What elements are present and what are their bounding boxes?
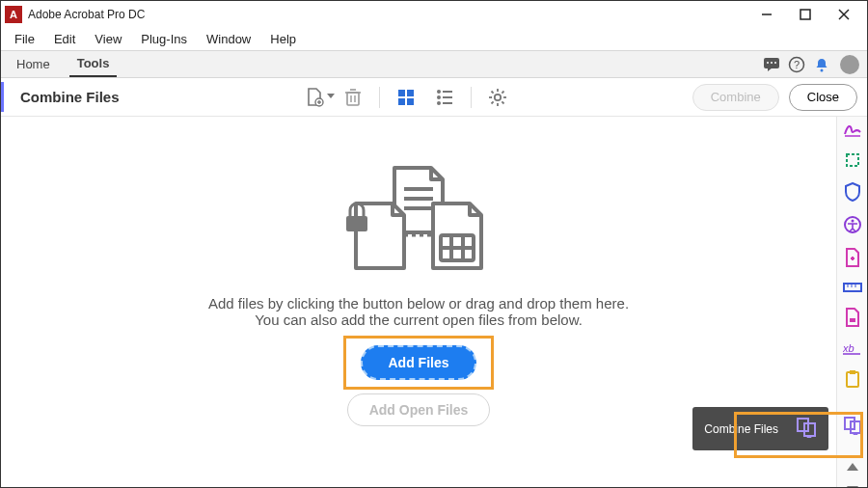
- nav-tools[interactable]: Tools: [69, 52, 118, 77]
- svg-line-39: [491, 101, 493, 103]
- bell-icon[interactable]: [809, 52, 834, 77]
- list-view-button[interactable]: [432, 85, 457, 110]
- svg-rect-59: [850, 318, 855, 322]
- toolbar-title: Combine Files: [20, 89, 120, 105]
- accessibility-icon[interactable]: [842, 215, 863, 234]
- toolbar-accent: [1, 82, 4, 112]
- minimize-button[interactable]: [747, 1, 786, 28]
- combine-rail-icon[interactable]: [842, 416, 863, 435]
- delete-button[interactable]: [340, 85, 366, 110]
- menu-view[interactable]: View: [85, 30, 131, 48]
- window-title: Adobe Acrobat Pro DC: [28, 8, 747, 21]
- close-window-button[interactable]: [825, 1, 863, 28]
- nav-row: Home Tools ?: [1, 51, 867, 78]
- options-gear-button[interactable]: [485, 85, 510, 110]
- menu-window[interactable]: Window: [197, 30, 260, 48]
- add-file-dropdown[interactable]: [302, 85, 327, 110]
- crop-icon[interactable]: [842, 151, 863, 169]
- toolbar-divider-2: [471, 87, 472, 108]
- svg-point-11: [821, 68, 824, 71]
- stamp-icon[interactable]: [842, 308, 863, 327]
- svg-rect-24: [407, 98, 414, 105]
- app-icon: A: [5, 6, 22, 23]
- combine-button: Combine: [692, 84, 779, 111]
- svg-rect-68: [798, 419, 808, 431]
- shield-icon[interactable]: [842, 182, 863, 202]
- menu-edit[interactable]: Edit: [44, 30, 85, 48]
- combine-files-tooltip: Combine Files: [692, 407, 828, 450]
- svg-line-36: [491, 91, 493, 93]
- svg-rect-23: [398, 98, 405, 105]
- measure-icon[interactable]: [842, 281, 863, 294]
- add-files-illustration: [337, 160, 501, 276]
- svg-text:xb: xb: [843, 342, 854, 354]
- svg-marker-15: [327, 94, 335, 98]
- minimize-icon: [761, 9, 773, 20]
- svg-point-6: [767, 62, 769, 64]
- menu-help[interactable]: Help: [260, 30, 306, 48]
- hint-line-1: Add files by clicking the button below o…: [208, 295, 629, 312]
- svg-point-25: [437, 90, 441, 94]
- chat-icon[interactable]: [759, 52, 784, 77]
- menu-plugins[interactable]: Plug-Ins: [131, 30, 197, 48]
- thumbnail-view-button[interactable]: [393, 85, 419, 110]
- svg-line-37: [502, 101, 503, 103]
- maximize-button[interactable]: [786, 1, 825, 28]
- toolbar-divider: [379, 87, 380, 108]
- maximize-icon: [800, 9, 811, 20]
- svg-rect-1: [800, 10, 810, 19]
- signature-icon[interactable]: [842, 121, 863, 138]
- svg-rect-22: [407, 90, 414, 96]
- svg-marker-66: [847, 463, 858, 471]
- tooltip-text: Combine Files: [704, 422, 778, 436]
- svg-rect-55: [844, 284, 861, 291]
- svg-rect-62: [847, 372, 858, 387]
- svg-rect-43: [346, 216, 367, 231]
- tooltip-combine-icon: [796, 417, 817, 441]
- scroll-down-button[interactable]: [842, 479, 863, 488]
- svg-marker-5: [768, 68, 773, 71]
- menu-bar: File Edit View Plug-Ins Window Help: [1, 28, 867, 51]
- close-tool-button[interactable]: Close: [789, 84, 857, 111]
- scroll-up-button[interactable]: [842, 456, 863, 477]
- doc-icon[interactable]: [842, 248, 863, 267]
- add-files-button[interactable]: Add Files: [361, 345, 475, 380]
- svg-rect-63: [850, 370, 855, 374]
- menu-file[interactable]: File: [5, 30, 44, 48]
- svg-rect-21: [398, 90, 405, 96]
- avatar[interactable]: [840, 55, 859, 74]
- help-icon[interactable]: ?: [784, 52, 809, 77]
- svg-point-27: [437, 101, 441, 105]
- svg-point-26: [437, 95, 441, 99]
- tool-toolbar: Combine Files Combine Close: [1, 78, 867, 117]
- add-open-files-button: Add Open Files: [347, 393, 491, 426]
- tag-icon[interactable]: xb: [842, 340, 863, 356]
- svg-line-38: [502, 91, 503, 93]
- svg-point-7: [771, 62, 773, 64]
- close-icon: [838, 9, 850, 20]
- svg-point-8: [774, 62, 776, 64]
- hint-line-2: You can also add the current open files …: [255, 312, 583, 328]
- svg-rect-50: [847, 154, 858, 166]
- svg-point-31: [494, 94, 500, 99]
- svg-point-52: [851, 220, 854, 223]
- clipboard-icon[interactable]: [842, 369, 863, 389]
- svg-rect-69: [804, 423, 815, 436]
- svg-rect-16: [347, 93, 359, 105]
- title-bar: A Adobe Acrobat Pro DC: [1, 1, 867, 28]
- nav-home[interactable]: Home: [9, 53, 58, 76]
- chevron-down-icon: [327, 94, 335, 99]
- right-tool-rail: xb: [836, 117, 867, 487]
- svg-text:?: ?: [794, 59, 800, 70]
